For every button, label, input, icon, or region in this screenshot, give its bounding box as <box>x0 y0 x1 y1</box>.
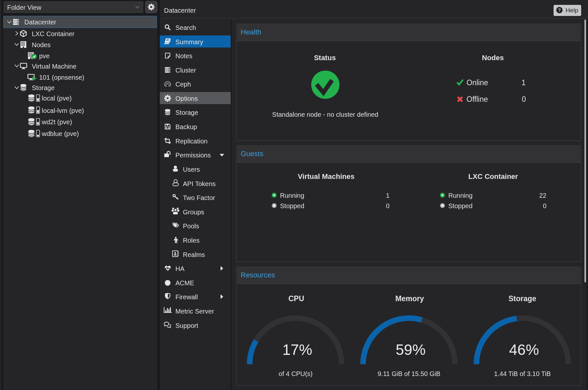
svg-text:?: ? <box>558 7 561 13</box>
